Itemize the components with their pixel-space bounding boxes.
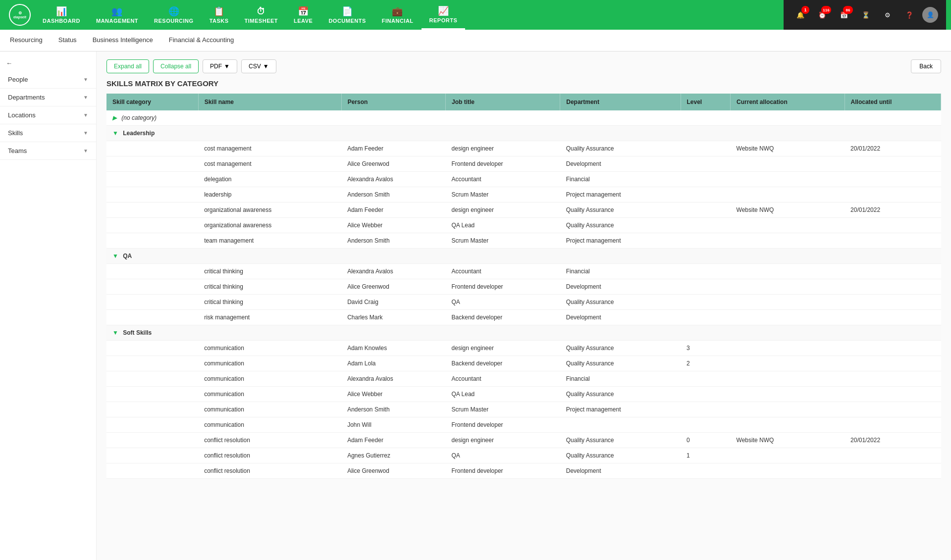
toolbar-buttons: Expand all Collapse all PDF ▼ CSV ▼	[106, 59, 276, 73]
col-person: Person	[341, 94, 445, 110]
category-row[interactable]: ▼ Soft Skills	[106, 325, 941, 341]
timer-button[interactable]: ⏰ 116	[813, 6, 831, 24]
page-title: SKILLS MATRIX BY CATEGORY	[106, 79, 941, 88]
back-button[interactable]: Back	[911, 59, 941, 73]
table-row: critical thinking Alice Greenwod Fronten…	[106, 279, 941, 295]
management-icon: 👥	[111, 6, 123, 17]
sidebar-back-button[interactable]: ←	[0, 55, 96, 71]
expand-icon: ▶	[112, 114, 117, 121]
nav-items: 📊 DASHBOARD 👥 MANAGEMENT 🌐 RESOURCING 📋 …	[35, 0, 784, 30]
nav-management[interactable]: 👥 MANAGEMENT	[88, 0, 146, 30]
hourglass-icon: ⏳	[862, 11, 870, 19]
col-current-allocation: Current allocation	[731, 94, 845, 110]
nav-financial[interactable]: 💼 FINANCIAL	[374, 0, 422, 30]
reports-icon: 📈	[438, 5, 449, 16]
nav-dashboard[interactable]: 📊 DASHBOARD	[35, 0, 88, 30]
table-row: communication Adam Lola Backend develope…	[106, 356, 941, 371]
leave-icon: 📅	[298, 6, 309, 17]
expand-all-button[interactable]: Expand all	[106, 59, 149, 73]
main-content: Expand all Collapse all PDF ▼ CSV ▼ Back…	[97, 51, 951, 560]
main-layout: ← People ▼ Departments ▼ Locations ▼ Ski…	[0, 51, 951, 560]
category-row[interactable]: ▼ QA	[106, 249, 941, 264]
sub-nav-status[interactable]: Status	[56, 30, 79, 51]
sub-navigation: Resourcing Status Business Intelligence …	[0, 30, 951, 51]
help-icon: ❓	[905, 11, 913, 19]
settings-button[interactable]: ⚙	[879, 6, 897, 24]
table-row: communication Anderson Smith Scrum Maste…	[106, 402, 941, 417]
sidebar-filter-locations[interactable]: Locations ▼	[0, 106, 96, 124]
chevron-down-icon: ▼	[83, 148, 88, 153]
nav-leave[interactable]: 📅 LEAVE	[286, 0, 320, 30]
hourglass-button[interactable]: ⏳	[857, 6, 875, 24]
table-row: organizational awareness Adam Feeder des…	[106, 203, 941, 218]
table-row: cost management Adam Feeder design engin…	[106, 141, 941, 156]
help-button[interactable]: ❓	[900, 6, 918, 24]
gear-icon: ⚙	[885, 11, 891, 19]
col-skill-category: Skill category	[106, 94, 198, 110]
financial-icon: 💼	[392, 6, 403, 17]
col-job-title: Job title	[446, 94, 560, 110]
pdf-button[interactable]: PDF ▼	[203, 59, 237, 73]
col-skill-name: Skill name	[198, 94, 341, 110]
col-allocated-until: Allocated until	[845, 94, 941, 110]
timesheet-icon: ⏱	[257, 6, 266, 17]
tasks-icon: 📋	[213, 6, 225, 17]
table-row: team management Anderson Smith Scrum Mas…	[106, 233, 941, 249]
content-header: Expand all Collapse all PDF ▼ CSV ▼ Back	[106, 59, 941, 73]
collapse-all-button[interactable]: Collapse all	[153, 59, 199, 73]
calendar-button[interactable]: 📅 86	[835, 6, 853, 24]
table-row: ▶ (no category)	[106, 110, 941, 126]
table-row: communication John Will Frontend develop…	[106, 417, 941, 433]
category-row[interactable]: ▼ Leadership	[106, 126, 941, 141]
nav-documents[interactable]: 📄 DOCUMENTS	[320, 0, 373, 30]
chevron-down-icon: ▼	[83, 130, 88, 136]
nav-resourcing[interactable]: 🌐 RESOURCING	[146, 0, 202, 30]
notifications-button[interactable]: 🔔 1	[792, 6, 809, 24]
documents-icon: 📄	[342, 6, 353, 17]
sidebar-filter-departments[interactable]: Departments ▼	[0, 89, 96, 106]
nav-timesheet[interactable]: ⏱ TIMESHEET	[237, 0, 286, 30]
user-avatar[interactable]: 👤	[922, 7, 938, 23]
nav-right: 🔔 1 ⏰ 116 📅 86 ⏳ ⚙ ❓ 👤	[784, 0, 946, 30]
notifications-badge: 1	[801, 6, 809, 14]
sub-nav-business-intelligence[interactable]: Business Intelligence	[91, 30, 155, 51]
table-row: leadership Anderson Smith Scrum Master P…	[106, 187, 941, 203]
skills-matrix-table: Skill category Skill name Person Job tit…	[106, 94, 941, 479]
table-row: communication Alexandra Avalos Accountan…	[106, 371, 941, 387]
collapse-icon: ▼	[112, 253, 118, 259]
top-navigation: ⚙ elapseit 📊 DASHBOARD 👥 MANAGEMENT 🌐 RE…	[0, 0, 951, 30]
chevron-down-icon: ▼	[224, 63, 230, 70]
sidebar-filter-skills[interactable]: Skills ▼	[0, 124, 96, 142]
col-level: Level	[681, 94, 731, 110]
nav-reports[interactable]: 📈 REPORTS	[422, 0, 466, 30]
sidebar-filter-people[interactable]: People ▼	[0, 71, 96, 89]
table-row: cost management Alice Greenwod Frontend …	[106, 156, 941, 172]
csv-button[interactable]: CSV ▼	[241, 59, 276, 73]
table-header-row: Skill category Skill name Person Job tit…	[106, 94, 941, 110]
collapse-icon: ▼	[112, 130, 118, 137]
table-row: conflict resolution Alice Greenwod Front…	[106, 463, 941, 479]
calendar-badge: 86	[843, 6, 853, 14]
collapse-icon: ▼	[112, 329, 118, 336]
table-row: risk management Charles Mark Backend dev…	[106, 310, 941, 325]
timer-badge: 116	[821, 6, 831, 14]
table-row: delegation Alexandra Avalos Accountant F…	[106, 172, 941, 187]
dashboard-icon: 📊	[56, 6, 67, 17]
chevron-down-icon: ▼	[83, 95, 88, 100]
app-logo[interactable]: ⚙ elapseit	[5, 4, 35, 26]
resourcing-icon: 🌐	[168, 6, 180, 17]
table-row: organizational awareness Alice Webber QA…	[106, 218, 941, 233]
chevron-down-icon: ▼	[263, 63, 269, 70]
table-row: conflict resolution Adam Feeder design e…	[106, 433, 941, 448]
sub-nav-financial-accounting[interactable]: Financial & Accounting	[167, 30, 236, 51]
table-row: communication Alice Webber QA Lead Quali…	[106, 387, 941, 402]
chevron-down-icon: ▼	[83, 77, 88, 82]
chevron-down-icon: ▼	[83, 112, 88, 118]
table-row: critical thinking David Craig QA Quality…	[106, 295, 941, 310]
sub-nav-resourcing[interactable]: Resourcing	[8, 30, 45, 51]
sidebar: ← People ▼ Departments ▼ Locations ▼ Ski…	[0, 51, 97, 560]
nav-tasks[interactable]: 📋 TASKS	[202, 0, 237, 30]
table-row: critical thinking Alexandra Avalos Accou…	[106, 264, 941, 279]
col-department: Department	[560, 94, 681, 110]
sidebar-filter-teams[interactable]: Teams ▼	[0, 142, 96, 160]
